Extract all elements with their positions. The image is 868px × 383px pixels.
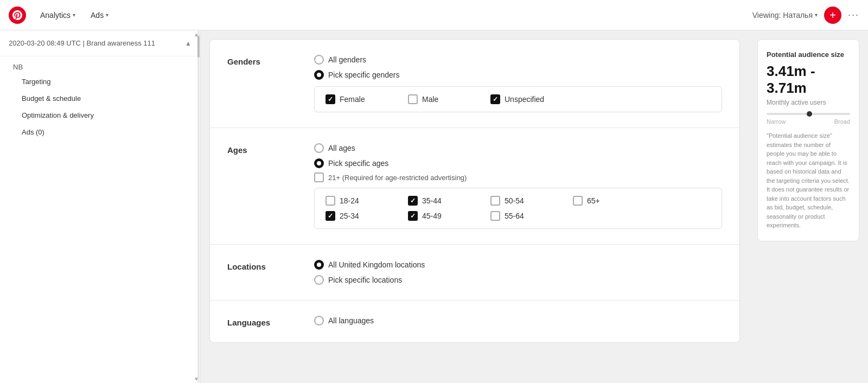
scroll-up-btn[interactable]: ▲: [194, 31, 199, 37]
checkbox-65plus[interactable]: 65+: [573, 196, 638, 206]
genders-section: Genders All genders Pick specific gender…: [210, 40, 739, 128]
slider-labels: Narrow Broad: [767, 118, 850, 125]
gender-options-box: Female Male Unspecified: [314, 86, 722, 112]
narrow-label: Narrow: [767, 118, 786, 125]
age-row-1: 18-24 35-44 50-54: [326, 196, 711, 206]
checkbox-male-box: [408, 94, 418, 104]
checkbox-45-49[interactable]: 45-49: [408, 211, 473, 221]
age-restricted-checkbox: [314, 173, 324, 182]
gender-options-row: Female Male Unspecified: [326, 94, 711, 104]
collapse-icon[interactable]: ▲: [185, 40, 192, 47]
checkbox-50-54-box: [490, 196, 500, 206]
languages-radio-group: All languages: [314, 316, 722, 325]
sidebar-section: NB Targeting Budget & schedule Optimizat…: [0, 56, 200, 145]
analytics-nav[interactable]: Analytics ▾: [35, 11, 81, 20]
locations-radio-group: All United Kingdom locations Pick specif…: [314, 260, 722, 285]
ages-radio-group: All ages Pick specific ages: [314, 143, 722, 168]
radio-all-languages-circle: [314, 316, 324, 325]
sidebar-item-targeting[interactable]: Targeting: [0, 73, 200, 90]
sidebar-item-optimization[interactable]: Optimization & delivery: [0, 107, 200, 124]
audience-slider[interactable]: [767, 113, 850, 115]
add-button[interactable]: +: [824, 7, 841, 24]
genders-label: Genders: [227, 55, 292, 66]
analytics-chevron: ▾: [73, 12, 75, 18]
locations-content: All United Kingdom locations Pick specif…: [314, 260, 722, 285]
viewing-dropdown[interactable]: Viewing: Наталья ▾: [752, 11, 818, 20]
viewing-chevron: ▾: [815, 12, 818, 18]
radio-all-genders[interactable]: All genders: [314, 55, 722, 65]
radio-all-uk[interactable]: All United Kingdom locations: [314, 260, 722, 270]
checkbox-18-24-box: [326, 196, 335, 206]
radio-all-ages[interactable]: All ages: [314, 143, 722, 153]
checkbox-unspecified-box: [490, 94, 500, 104]
ads-chevron: ▾: [106, 12, 108, 18]
ads-nav[interactable]: Ads ▾: [85, 11, 114, 20]
checkbox-55-64-box: [490, 211, 500, 221]
checkbox-unspecified[interactable]: Unspecified: [490, 94, 556, 104]
group-label: NB: [0, 61, 200, 73]
broad-label: Broad: [834, 118, 850, 125]
radio-all-ages-circle: [314, 143, 324, 153]
age-options-box: 18-24 35-44 50-54: [314, 188, 722, 229]
age-row-2: 25-34 45-49 55-64: [326, 211, 711, 221]
sidebar-item-budget[interactable]: Budget & schedule: [0, 90, 200, 107]
more-button[interactable]: ···: [848, 9, 859, 21]
languages-section: Languages All languages: [210, 301, 739, 342]
content-card: Genders All genders Pick specific gender…: [209, 39, 740, 343]
ages-label: Ages: [227, 143, 292, 155]
sidebar-header: 2020-03-20 08:49 UTC | Brand awareness 1…: [0, 30, 200, 56]
audience-description: "Potential audience size" estimates the …: [767, 131, 850, 230]
locations-section: Locations All United Kingdom locations P…: [210, 245, 739, 301]
ages-section: Ages All ages Pick specific ages: [210, 128, 739, 245]
checkbox-35-44-box: [408, 196, 418, 206]
sidebar-scrollbar[interactable]: [197, 30, 200, 383]
checkbox-55-64[interactable]: 55-64: [490, 211, 556, 221]
age-restricted-item[interactable]: 21+ (Required for age-restricted adverti…: [314, 173, 722, 182]
campaign-title: 2020-03-20 08:49 UTC | Brand awareness 1…: [9, 39, 155, 47]
radio-all-genders-circle: [314, 55, 324, 65]
scroll-down-btn[interactable]: ▼: [194, 376, 199, 382]
sidebar: 2020-03-20 08:49 UTC | Brand awareness 1…: [0, 30, 201, 383]
sidebar-item-ads[interactable]: Ads (0): [0, 124, 200, 141]
languages-label: Languages: [227, 316, 292, 327]
checkbox-65plus-box: [573, 196, 583, 206]
genders-radio-group: All genders Pick specific genders: [314, 55, 722, 80]
checkbox-female-box: [326, 94, 335, 104]
audience-size: 3.41m - 3.71m: [767, 63, 850, 97]
genders-content: All genders Pick specific genders Female: [314, 55, 722, 112]
slider-dot: [807, 111, 812, 117]
checkbox-35-44[interactable]: 35-44: [408, 196, 473, 206]
languages-content: All languages: [314, 316, 722, 325]
audience-title: Potential audience size: [767, 50, 850, 59]
audience-sub: Monthly active users: [767, 99, 850, 106]
locations-label: Locations: [227, 260, 292, 271]
checkbox-25-34-box: [326, 211, 335, 221]
page-layout: 2020-03-20 08:49 UTC | Brand awareness 1…: [0, 30, 868, 383]
radio-specific-locations[interactable]: Pick specific locations: [314, 275, 722, 285]
radio-specific-genders-circle: [314, 70, 324, 80]
radio-all-uk-circle: [314, 260, 324, 270]
ages-content: All ages Pick specific ages 21+ (Require…: [314, 143, 722, 229]
radio-specific-genders[interactable]: Pick specific genders: [314, 70, 722, 80]
radio-specific-ages-circle: [314, 158, 324, 168]
checkbox-female[interactable]: Female: [326, 94, 391, 104]
checkbox-18-24[interactable]: 18-24: [326, 196, 391, 206]
radio-specific-locations-circle: [314, 275, 324, 285]
audience-card: Potential audience size 3.41m - 3.71m Mo…: [757, 39, 859, 241]
top-nav: Analytics ▾ Ads ▾ Viewing: Наталья ▾ + ·…: [0, 0, 868, 30]
radio-specific-ages[interactable]: Pick specific ages: [314, 158, 722, 168]
right-panel: Potential audience size 3.41m - 3.71m Mo…: [749, 30, 868, 383]
pinterest-logo[interactable]: [9, 7, 26, 24]
main-content: Genders All genders Pick specific gender…: [201, 30, 749, 383]
nav-right: Viewing: Наталья ▾ + ···: [752, 7, 859, 24]
checkbox-50-54[interactable]: 50-54: [490, 196, 556, 206]
checkbox-male[interactable]: Male: [408, 94, 473, 104]
radio-all-languages[interactable]: All languages: [314, 316, 722, 325]
checkbox-25-34[interactable]: 25-34: [326, 211, 391, 221]
checkbox-45-49-box: [408, 211, 418, 221]
